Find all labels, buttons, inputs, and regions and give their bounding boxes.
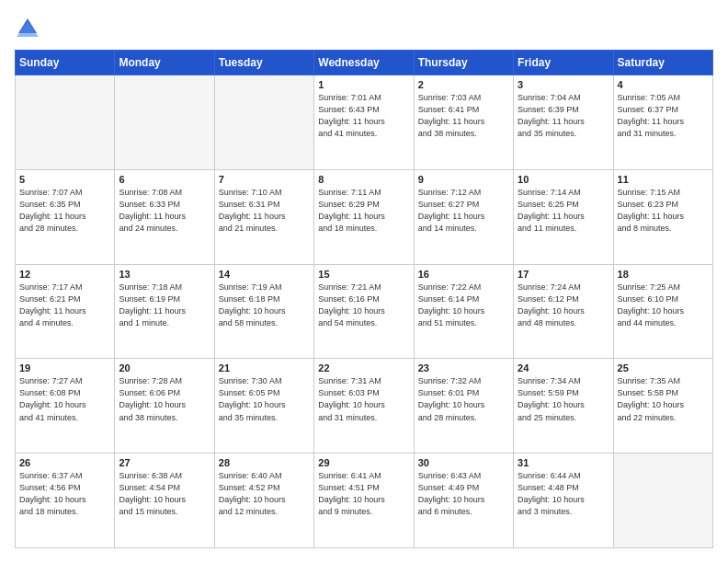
day-info: Sunrise: 7:04 AM Sunset: 6:39 PM Dayligh…	[518, 92, 609, 140]
day-number: 29	[318, 457, 409, 468]
calendar-cell: 27Sunrise: 6:38 AM Sunset: 4:54 PM Dayli…	[115, 454, 214, 548]
calendar-cell: 5Sunrise: 7:07 AM Sunset: 6:35 PM Daylig…	[16, 169, 115, 264]
day-number: 21	[219, 362, 310, 373]
day-number: 9	[418, 174, 509, 185]
day-info: Sunrise: 7:22 AM Sunset: 6:14 PM Dayligh…	[418, 282, 509, 329]
page: SundayMondayTuesdayWednesdayThursdayFrid…	[0, 0, 728, 563]
calendar-cell: 20Sunrise: 7:28 AM Sunset: 6:06 PM Dayli…	[115, 359, 214, 454]
calendar-header-thursday: Thursday	[414, 51, 513, 75]
day-number: 20	[119, 362, 210, 373]
day-info: Sunrise: 6:43 AM Sunset: 4:49 PM Dayligh…	[418, 470, 509, 518]
day-info: Sunrise: 6:37 AM Sunset: 4:56 PM Dayligh…	[19, 470, 110, 518]
day-number: 2	[418, 79, 509, 90]
calendar-week-4: 19Sunrise: 7:27 AM Sunset: 6:08 PM Dayli…	[16, 359, 713, 454]
day-number: 24	[518, 362, 609, 373]
calendar-cell: 26Sunrise: 6:37 AM Sunset: 4:56 PM Dayli…	[16, 454, 115, 548]
logo-icon	[15, 15, 40, 40]
calendar-cell: 17Sunrise: 7:24 AM Sunset: 6:12 PM Dayli…	[514, 264, 613, 359]
day-number: 31	[518, 457, 609, 468]
day-number: 27	[119, 457, 210, 468]
day-info: Sunrise: 7:10 AM Sunset: 6:31 PM Dayligh…	[219, 187, 310, 235]
day-info: Sunrise: 7:30 AM Sunset: 6:05 PM Dayligh…	[219, 375, 310, 423]
day-info: Sunrise: 7:24 AM Sunset: 6:12 PM Dayligh…	[518, 282, 609, 329]
day-number: 26	[19, 457, 110, 468]
day-info: Sunrise: 7:12 AM Sunset: 6:27 PM Dayligh…	[418, 187, 509, 235]
calendar-table: SundayMondayTuesdayWednesdayThursdayFrid…	[15, 50, 713, 548]
calendar-header-tuesday: Tuesday	[214, 51, 313, 75]
calendar-header-sunday: Sunday	[16, 51, 115, 75]
day-number: 16	[418, 269, 509, 280]
day-info: Sunrise: 7:31 AM Sunset: 6:03 PM Dayligh…	[318, 375, 409, 423]
calendar-cell: 24Sunrise: 7:34 AM Sunset: 5:59 PM Dayli…	[514, 359, 613, 454]
day-number: 19	[19, 362, 110, 373]
calendar-cell	[613, 454, 712, 548]
calendar-cell: 12Sunrise: 7:17 AM Sunset: 6:21 PM Dayli…	[16, 264, 115, 359]
day-info: Sunrise: 7:32 AM Sunset: 6:01 PM Dayligh…	[418, 375, 509, 423]
calendar-header-monday: Monday	[115, 51, 214, 75]
calendar-cell: 23Sunrise: 7:32 AM Sunset: 6:01 PM Dayli…	[414, 359, 513, 454]
calendar-cell: 29Sunrise: 6:41 AM Sunset: 4:51 PM Dayli…	[314, 454, 414, 548]
day-number: 4	[618, 79, 709, 90]
day-number: 22	[318, 362, 409, 373]
day-number: 5	[19, 174, 110, 185]
day-info: Sunrise: 7:17 AM Sunset: 6:21 PM Dayligh…	[19, 282, 110, 329]
day-info: Sunrise: 6:41 AM Sunset: 4:51 PM Dayligh…	[318, 470, 409, 518]
calendar-week-1: 1Sunrise: 7:01 AM Sunset: 6:43 PM Daylig…	[16, 75, 713, 170]
svg-marker-1	[17, 22, 39, 37]
calendar-week-5: 26Sunrise: 6:37 AM Sunset: 4:56 PM Dayli…	[16, 454, 713, 548]
day-info: Sunrise: 7:28 AM Sunset: 6:06 PM Dayligh…	[119, 375, 210, 423]
logo	[15, 15, 44, 40]
calendar-header-friday: Friday	[514, 51, 613, 75]
calendar-cell: 7Sunrise: 7:10 AM Sunset: 6:31 PM Daylig…	[214, 169, 313, 264]
day-number: 14	[219, 269, 310, 280]
day-number: 6	[119, 174, 210, 185]
day-number: 30	[418, 457, 509, 468]
day-number: 25	[618, 362, 709, 373]
calendar-cell: 22Sunrise: 7:31 AM Sunset: 6:03 PM Dayli…	[314, 359, 414, 454]
calendar-cell: 8Sunrise: 7:11 AM Sunset: 6:29 PM Daylig…	[314, 169, 414, 264]
day-info: Sunrise: 7:08 AM Sunset: 6:33 PM Dayligh…	[119, 187, 210, 235]
day-info: Sunrise: 7:18 AM Sunset: 6:19 PM Dayligh…	[119, 282, 210, 329]
day-info: Sunrise: 7:15 AM Sunset: 6:23 PM Dayligh…	[618, 187, 709, 235]
calendar-cell: 28Sunrise: 6:40 AM Sunset: 4:52 PM Dayli…	[214, 454, 313, 548]
calendar-cell: 11Sunrise: 7:15 AM Sunset: 6:23 PM Dayli…	[613, 169, 712, 264]
day-info: Sunrise: 6:40 AM Sunset: 4:52 PM Dayligh…	[219, 470, 310, 518]
day-number: 7	[219, 174, 310, 185]
day-info: Sunrise: 7:14 AM Sunset: 6:25 PM Dayligh…	[518, 187, 609, 235]
calendar-header-saturday: Saturday	[613, 51, 712, 75]
calendar-cell: 18Sunrise: 7:25 AM Sunset: 6:10 PM Dayli…	[613, 264, 712, 359]
calendar-cell: 25Sunrise: 7:35 AM Sunset: 5:58 PM Dayli…	[613, 359, 712, 454]
calendar-cell: 15Sunrise: 7:21 AM Sunset: 6:16 PM Dayli…	[314, 264, 414, 359]
day-number: 23	[418, 362, 509, 373]
day-info: Sunrise: 7:27 AM Sunset: 6:08 PM Dayligh…	[19, 375, 110, 423]
calendar-cell: 9Sunrise: 7:12 AM Sunset: 6:27 PM Daylig…	[414, 169, 513, 264]
day-number: 28	[219, 457, 310, 468]
day-number: 12	[19, 269, 110, 280]
calendar-cell: 4Sunrise: 7:05 AM Sunset: 6:37 PM Daylig…	[613, 75, 712, 170]
day-info: Sunrise: 6:44 AM Sunset: 4:48 PM Dayligh…	[518, 470, 609, 518]
calendar-cell: 14Sunrise: 7:19 AM Sunset: 6:18 PM Dayli…	[214, 264, 313, 359]
calendar-header-row: SundayMondayTuesdayWednesdayThursdayFrid…	[16, 51, 713, 75]
day-info: Sunrise: 7:35 AM Sunset: 5:58 PM Dayligh…	[618, 375, 709, 423]
calendar-cell: 3Sunrise: 7:04 AM Sunset: 6:39 PM Daylig…	[514, 75, 613, 170]
day-info: Sunrise: 7:25 AM Sunset: 6:10 PM Dayligh…	[618, 282, 709, 329]
day-number: 13	[119, 269, 210, 280]
calendar-cell: 21Sunrise: 7:30 AM Sunset: 6:05 PM Dayli…	[214, 359, 313, 454]
calendar-cell: 2Sunrise: 7:03 AM Sunset: 6:41 PM Daylig…	[414, 75, 513, 170]
calendar-cell: 19Sunrise: 7:27 AM Sunset: 6:08 PM Dayli…	[16, 359, 115, 454]
calendar-cell: 30Sunrise: 6:43 AM Sunset: 4:49 PM Dayli…	[414, 454, 513, 548]
calendar-cell: 16Sunrise: 7:22 AM Sunset: 6:14 PM Dayli…	[414, 264, 513, 359]
calendar-cell: 31Sunrise: 6:44 AM Sunset: 4:48 PM Dayli…	[514, 454, 613, 548]
calendar-week-2: 5Sunrise: 7:07 AM Sunset: 6:35 PM Daylig…	[16, 169, 713, 264]
day-info: Sunrise: 7:11 AM Sunset: 6:29 PM Dayligh…	[318, 187, 409, 235]
day-info: Sunrise: 6:38 AM Sunset: 4:54 PM Dayligh…	[119, 470, 210, 518]
calendar-cell	[16, 75, 115, 170]
calendar-cell: 13Sunrise: 7:18 AM Sunset: 6:19 PM Dayli…	[115, 264, 214, 359]
day-number: 17	[518, 269, 609, 280]
calendar-header-wednesday: Wednesday	[314, 51, 414, 75]
day-number: 1	[318, 79, 409, 90]
calendar-cell	[115, 75, 214, 170]
calendar-week-3: 12Sunrise: 7:17 AM Sunset: 6:21 PM Dayli…	[16, 264, 713, 359]
day-info: Sunrise: 7:07 AM Sunset: 6:35 PM Dayligh…	[19, 187, 110, 235]
day-info: Sunrise: 7:03 AM Sunset: 6:41 PM Dayligh…	[418, 92, 509, 140]
